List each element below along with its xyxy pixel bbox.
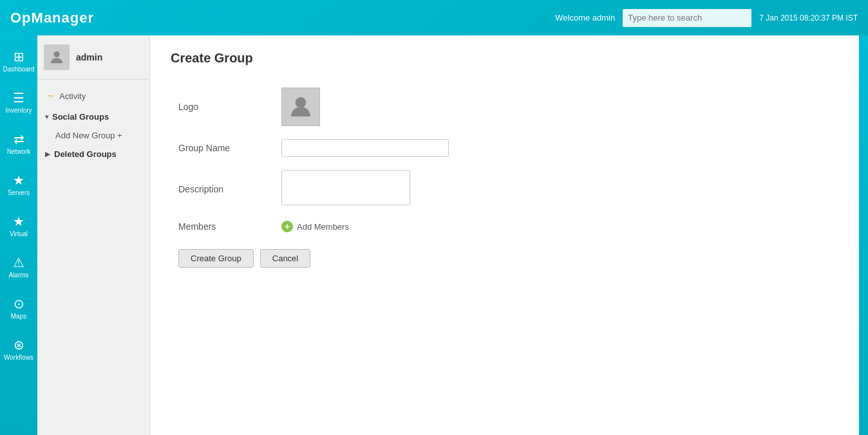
create-group-button[interactable]: Create Group — [178, 249, 254, 268]
sidebar-user: admin — [37, 35, 149, 80]
right-strip — [859, 35, 868, 435]
description-label: Description — [171, 163, 274, 214]
svg-point-0 — [53, 51, 59, 57]
avatar — [44, 44, 70, 70]
description-textarea[interactable] — [281, 170, 410, 205]
page-title: Create Group — [171, 51, 838, 66]
person-icon — [48, 48, 66, 66]
members-row: Members + Add Members — [171, 214, 838, 239]
sidebar-add-new-group[interactable]: Add New Group + — [37, 127, 149, 144]
header-right: Welcome admin 7 Jan 2015 08:20:37 PM IST — [555, 9, 858, 27]
deleted-groups-label: Deleted Groups — [54, 149, 117, 159]
nav-item-workflows[interactable]: ⊛ Workflows — [0, 329, 37, 370]
form-buttons: Create Group Cancel — [171, 249, 838, 268]
activity-icon: ～ — [46, 90, 55, 102]
svg-point-1 — [296, 97, 307, 108]
nav-item-maps[interactable]: ⊙ Maps — [0, 288, 37, 329]
group-name-value — [274, 133, 838, 163]
group-name-input[interactable] — [281, 139, 449, 157]
add-members-link[interactable]: Add Members — [297, 222, 349, 232]
social-groups-label: Social Groups — [52, 112, 109, 122]
nav-item-alarms[interactable]: ⚠ Alarms — [0, 246, 37, 288]
workflows-icon: ⊛ — [14, 338, 24, 351]
cancel-button[interactable]: Cancel — [260, 249, 310, 268]
description-value — [274, 163, 838, 214]
main-content: Create Group Logo Group Name — [150, 35, 859, 435]
nav-item-dashboard[interactable]: ⊞ Dashboard — [0, 41, 37, 82]
alarms-icon: ⚠ — [13, 256, 24, 269]
icon-nav: ⊞ Dashboard ☰ Inventory ⇄ Network ★ Serv… — [0, 35, 37, 435]
datetime-display: 7 Jan 2015 08:20:37 PM IST — [759, 14, 858, 23]
nav-label-network: Network — [7, 148, 31, 155]
activity-label: Activity — [59, 91, 86, 101]
nav-item-network[interactable]: ⇄ Network — [0, 123, 37, 164]
nav-label-inventory: Inventory — [5, 107, 32, 114]
logo-value — [274, 81, 838, 133]
sidebar-username: admin — [76, 52, 102, 62]
nav-item-virtual[interactable]: ★ Virtual — [0, 205, 37, 246]
search-input[interactable] — [623, 9, 751, 27]
logo-label: Logo — [171, 81, 274, 133]
nav-label-virtual: Virtual — [10, 230, 28, 237]
person-placeholder-icon — [288, 94, 314, 120]
create-group-form: Logo Group Name — [171, 81, 838, 239]
servers-icon: ★ — [13, 174, 24, 187]
nav-item-inventory[interactable]: ☰ Inventory — [0, 82, 37, 123]
add-new-group-label: Add New Group + — [55, 131, 122, 140]
dashboard-icon: ⊞ — [14, 50, 24, 63]
logo-row: Logo — [171, 81, 838, 133]
network-icon: ⇄ — [14, 133, 24, 145]
nav-label-workflows: Workflows — [4, 354, 33, 361]
nav-label-dashboard: Dashboard — [3, 66, 35, 73]
sidebar: admin ～ Activity ▾ Social Groups Add New… — [37, 35, 150, 435]
sidebar-nav: ～ Activity ▾ Social Groups Add New Group… — [37, 80, 149, 164]
nav-label-servers: Servers — [8, 189, 30, 196]
virtual-icon: ★ — [13, 215, 24, 228]
description-row: Description — [171, 163, 838, 214]
logo-placeholder[interactable] — [281, 88, 320, 126]
header: OpManager Welcome admin 7 Jan 2015 08:20… — [0, 0, 868, 35]
chevron-right-icon: ▶ — [45, 151, 50, 158]
maps-icon: ⊙ — [14, 297, 24, 310]
group-name-label: Group Name — [171, 133, 274, 163]
add-members-icon: + — [281, 221, 293, 232]
members-label: Members — [171, 214, 274, 239]
nav-label-alarms: Alarms — [8, 272, 28, 279]
sidebar-item-activity[interactable]: ～ Activity — [37, 85, 149, 107]
add-members-container: + Add Members — [281, 221, 831, 232]
members-value: + Add Members — [274, 214, 838, 239]
sidebar-deleted-groups-header[interactable]: ▶ Deleted Groups — [37, 144, 149, 164]
welcome-text: Welcome admin — [555, 13, 615, 23]
search-bar — [623, 9, 751, 27]
inventory-icon: ☰ — [13, 91, 24, 104]
nav-label-maps: Maps — [11, 313, 26, 320]
nav-item-servers[interactable]: ★ Servers — [0, 164, 37, 205]
group-name-row: Group Name — [171, 133, 838, 163]
sidebar-social-groups-header[interactable]: ▾ Social Groups — [37, 107, 149, 127]
main-layout: ⊞ Dashboard ☰ Inventory ⇄ Network ★ Serv… — [0, 35, 868, 435]
chevron-down-icon: ▾ — [45, 113, 48, 120]
app-logo: OpManager — [10, 10, 94, 26]
